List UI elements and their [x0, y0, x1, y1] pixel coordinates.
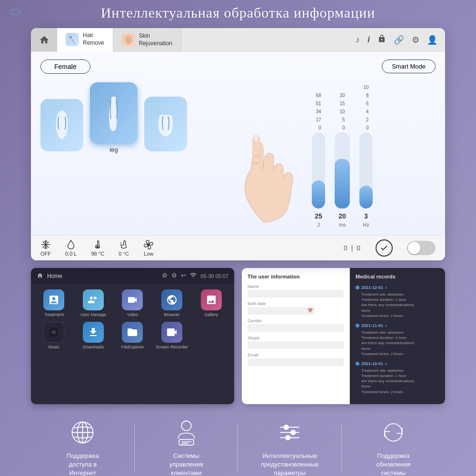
slider-pulse: 20 15 10 5 0 20 ms [335, 93, 350, 228]
hand-illustration [217, 107, 312, 211]
field-name: Name [248, 284, 344, 298]
panel-content: Female [31, 52, 445, 235]
medical-arrow-3[interactable]: › [385, 360, 387, 367]
smart-mode-button[interactable]: Smart Mode [382, 60, 436, 73]
feature-params-label: Интеллектуальныепредустановленныепарамет… [261, 452, 318, 476]
panel-bottom: OFF 0.0 L 98 °C 0 °C [31, 235, 445, 260]
toggle-switch[interactable] [407, 241, 436, 255]
svg-point-33 [286, 436, 290, 440]
slider-freq-unit: Hz [363, 222, 369, 228]
home-panel-home-icon [37, 272, 43, 280]
slider-freq-track[interactable] [359, 132, 373, 208]
medical-dot-2 [356, 324, 359, 327]
field-email: Email [248, 353, 344, 366]
app-gallery-label: Gallery [204, 312, 218, 317]
app-video-icon [122, 289, 143, 310]
gender-row: Female [40, 60, 302, 74]
settings-icon[interactable]: ⚙ [412, 35, 419, 45]
lock-icon[interactable] [377, 34, 386, 45]
slider-energy-labels: 68 51 34 17 0 [316, 93, 321, 130]
svg-point-31 [291, 430, 296, 435]
feature-clients: Системыуправленияклиентами [135, 414, 238, 476]
slider-pulse-unit: ms [339, 222, 346, 228]
app-browser[interactable]: Browser [155, 289, 189, 317]
slider-pulse-labels: 20 15 10 5 0 [339, 93, 345, 130]
bottom-panels: Home ⚙ ⚙ ↩ 05-30 05:07 [31, 268, 445, 404]
medical-dot-3 [356, 362, 359, 366]
app-user-manage-icon [83, 289, 104, 310]
sliders-row: 68 51 34 17 0 25 J 20 1 [312, 85, 436, 228]
app-music-label: Music [49, 345, 60, 349]
app-file-explorer-label: FileExplorer [121, 345, 144, 349]
app-screen-recorder-label: Screen Recorder [156, 345, 188, 349]
app-file-explorer[interactable]: FileExplorer [115, 322, 150, 349]
svg-point-0 [10, 9, 21, 14]
feature-params: Интеллектуальныепредустановленныепарамет… [238, 414, 342, 476]
app-gallery[interactable]: Gallery [194, 289, 228, 317]
svg-point-3 [125, 35, 131, 44]
tab-home-button[interactable] [31, 28, 57, 51]
info-icon[interactable]: i [367, 35, 370, 45]
app-treatment-icon [43, 289, 64, 310]
slider-pulse-fill [335, 159, 350, 208]
body-part-card-2[interactable] [90, 82, 138, 144]
app-treatment[interactable]: Treatment [37, 289, 71, 317]
app-browser-icon [161, 289, 182, 310]
sync-icon [379, 418, 407, 447]
music-icon[interactable]: ♪ [356, 35, 360, 45]
home-refresh-icon[interactable]: ↩ [181, 272, 186, 280]
slider-energy-track[interactable] [312, 132, 325, 208]
app-video[interactable]: Video [115, 289, 150, 317]
medical-text-1: Treatment site: abdomen.Treatment durati… [356, 292, 439, 318]
body-part-3 [144, 97, 187, 153]
indicator-fan-label: Low [144, 251, 153, 257]
tab-icons: ♪ i 🔗 ⚙ 👤 [356, 28, 445, 51]
female-button[interactable]: Female [40, 60, 90, 74]
tab-hair-remove[interactable]: HairRemove [57, 28, 113, 52]
medical-record-2: 2021-11-01 › Treatment site: abdomen.Tre… [356, 322, 439, 357]
slider-energy-value: 25 [315, 212, 322, 220]
indicator-temp1: 98 °C [91, 239, 104, 257]
feature-clients-label: Системыуправленияклиентами [169, 452, 203, 476]
app-file-explorer-icon [122, 322, 143, 343]
home-panel-header: Home ⚙ ⚙ ↩ 05-30 05:07 [31, 268, 234, 284]
link-icon[interactable]: 🔗 [394, 35, 404, 45]
body-part-1 [40, 99, 83, 153]
app-video-label: Video [127, 312, 138, 317]
toggle-thumb [408, 242, 420, 254]
home-gear2-icon[interactable]: ⚙ [171, 272, 177, 280]
home-panel: Home ⚙ ⚙ ↩ 05-30 05:07 [31, 268, 234, 404]
home-settings-icon[interactable]: ⚙ [162, 272, 168, 280]
right-section: Smart Mode 68 51 34 17 0 25 J [312, 60, 436, 228]
body-part-card-3[interactable] [144, 97, 187, 151]
tab-skin-rejuvenation[interactable]: SkinRejuvenation [113, 28, 181, 51]
check-button[interactable] [376, 239, 393, 257]
home-wifi-icon[interactable] [190, 272, 197, 280]
slider-energy-unit: J [317, 222, 320, 228]
indicator-water-label: 0.0 L [65, 251, 77, 257]
app-music[interactable]: Music [37, 322, 71, 349]
medical-text-2: Treatment site: abdomen.Treatment durati… [356, 330, 439, 357]
app-user-manage-label: User Manage [80, 312, 106, 317]
feature-update-label: Поддержкаобновлениясистемы [376, 452, 410, 476]
main-title: Интеллектуальная обработка информации [0, 0, 476, 28]
svg-point-29 [284, 425, 288, 429]
slider-freq: 10 8 6 4 2 0 3 Hz [359, 85, 373, 228]
app-user-manage[interactable]: User Manage [76, 289, 111, 317]
tab-skin-label: SkinRejuvenation [139, 32, 172, 47]
svg-point-4 [254, 135, 259, 142]
app-music-icon [43, 322, 64, 343]
app-downloads[interactable]: Downloads [76, 322, 111, 349]
indicator-temp1-label: 98 °C [91, 251, 104, 257]
indicator-water: 0.0 L [65, 239, 77, 257]
medical-record-3: 2021-10-01 › Treatment site: abdomen.Tre… [356, 360, 439, 395]
app-screen-recorder[interactable]: Screen Recorder [155, 322, 189, 349]
field-birthdate: Birth date 📅 [248, 301, 344, 315]
svg-point-19 [53, 331, 55, 333]
user-icon[interactable]: 👤 [427, 35, 437, 45]
medical-arrow-2[interactable]: › [385, 322, 387, 329]
globe-icon [69, 418, 97, 447]
medical-arrow-1[interactable]: › [385, 284, 387, 291]
slider-pulse-track[interactable] [335, 132, 350, 208]
body-part-card-1[interactable] [40, 99, 83, 151]
